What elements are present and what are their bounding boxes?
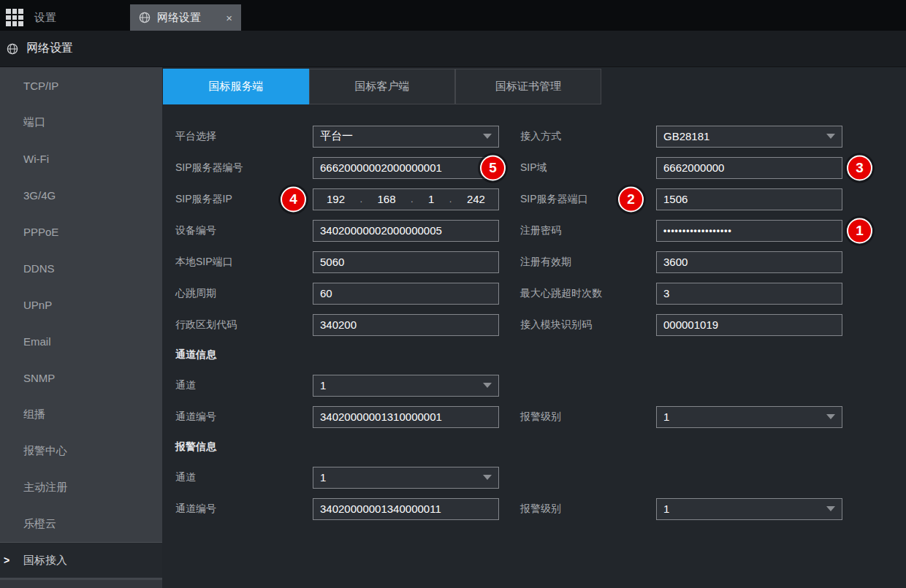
local-sip-port-value: 5060 (320, 256, 344, 268)
alarm-level-label: 报警级别 (520, 503, 656, 516)
callout-badge-1: 1 (847, 218, 872, 243)
access-module-id-label: 接入模块识别码 (520, 318, 656, 332)
sidebar-item-email[interactable]: Email (0, 323, 162, 359)
access-type-label: 接入方式 (520, 130, 656, 143)
chevron-down-icon (483, 134, 492, 139)
chevron-down-icon (483, 475, 492, 480)
chevron-down-icon (826, 414, 835, 419)
callout-badge-2: 2 (618, 186, 644, 212)
sidebar-item-auto-register[interactable]: 主动注册 (0, 469, 162, 505)
sidebar-item-wifi[interactable]: Wi-Fi (0, 140, 162, 177)
register-password-input[interactable]: •••••••••••••••••• (656, 220, 842, 242)
admin-region-code-input[interactable]: 340200 (313, 314, 499, 336)
local-sip-port-input[interactable]: 5060 (313, 251, 499, 273)
sidebar-item-gb-access[interactable]: > 国标接入 (0, 542, 162, 579)
alarm-channel-select[interactable]: 1 (313, 467, 499, 489)
network-tab-label: 网络设置 (157, 11, 201, 25)
heartbeat-period-input[interactable]: 60 (313, 283, 499, 305)
ip-octet-1[interactable]: 192 (327, 193, 345, 205)
sip-domain-input[interactable]: 6662000000 (656, 157, 842, 179)
page-title: 网络设置 (26, 41, 73, 56)
ip-octet-4[interactable]: 242 (467, 193, 485, 205)
alarm-channel-id-input[interactable]: 34020000001340000011 (313, 498, 499, 520)
chevron-down-icon (826, 134, 835, 139)
sidebar-item-3g4g[interactable]: 3G/4G (0, 177, 162, 213)
channel-alarm-level-value: 1 (663, 411, 669, 423)
alarm-level-select[interactable]: 1 (656, 498, 842, 520)
channel-id-value: 34020000001310000001 (320, 411, 442, 423)
alarm-channel-id-label: 通道编号 (175, 503, 313, 516)
sip-domain-label: SIP域 (520, 161, 656, 175)
sidebar-item-tcpip[interactable]: TCP/IP (0, 67, 162, 104)
ip-octet-3[interactable]: 1 (428, 193, 434, 205)
callout-badge-4: 4 (281, 186, 306, 212)
sidebar-item-label: Wi-Fi (23, 153, 49, 165)
page-header: 网络设置 (0, 31, 906, 67)
admin-region-code-label: 行政区划代码 (175, 318, 313, 332)
admin-region-code-value: 340200 (320, 318, 357, 331)
sip-server-ip-input[interactable]: 192 . 168 . 1 . 242 (313, 188, 499, 210)
sidebar-item-upnp[interactable]: UPnP (0, 286, 162, 323)
access-module-id-input[interactable]: 000001019 (656, 314, 842, 336)
sidebar-item-label: Email (23, 335, 51, 348)
sidebar-item-label: 3G/4G (23, 189, 56, 202)
tab-label: 国标服务端 (209, 80, 264, 93)
sip-server-id-input[interactable]: 66620000002000000001 (313, 157, 499, 179)
alarm-channel-label: 通道 (175, 471, 313, 484)
register-valid-input[interactable]: 3600 (656, 251, 842, 273)
ip-separator: . (449, 194, 452, 205)
platform-label: 平台选择 (175, 130, 313, 143)
grid-icon (6, 9, 23, 26)
sidebar: TCP/IP 端口 Wi-Fi 3G/4G PPPoE DDNS UPnP Em… (0, 67, 162, 588)
device-id-label: 设备编号 (175, 224, 313, 237)
globe-icon (139, 12, 151, 23)
ip-separator: . (411, 194, 414, 205)
tab-gb-server[interactable]: 国标服务端 (163, 69, 309, 104)
channel-label: 通道 (175, 379, 313, 392)
max-heartbeat-timeout-value: 3 (663, 287, 669, 299)
callout-badge-3: 3 (847, 155, 872, 180)
max-heartbeat-timeout-input[interactable]: 3 (656, 283, 842, 305)
channel-id-label: 通道编号 (175, 411, 313, 424)
channel-alarm-level-select[interactable]: 1 (656, 406, 842, 428)
sidebar-item-lechange-cloud[interactable]: 乐橙云 (0, 505, 162, 542)
platform-value: 平台一 (320, 129, 353, 143)
sidebar-item-pppoe[interactable]: PPPoE (0, 213, 162, 250)
window-tab-bar: 设置 网络设置 × (0, 0, 906, 31)
local-sip-port-label: 本地SIP端口 (175, 256, 313, 269)
gb-access-panel: 国标服务端 国标客户端 国标证书管理 平台选择 平台一 接入方式 GB28181 (162, 67, 906, 588)
alarm-channel-value: 1 (320, 471, 326, 484)
gb-server-form: 平台选择 平台一 接入方式 GB28181 SIP服务器编号 (162, 121, 906, 524)
sidebar-item-port[interactable]: 端口 (0, 104, 162, 140)
channel-alarm-level-label: 报警级别 (520, 411, 656, 424)
alarm-level-value: 1 (663, 503, 669, 515)
chevron-down-icon (483, 383, 492, 388)
sip-server-port-input[interactable]: 1506 (656, 188, 842, 210)
sidebar-item-multicast[interactable]: 组播 (0, 396, 162, 432)
sidebar-item-snmp[interactable]: SNMP (0, 359, 162, 396)
sidebar-item-label: 端口 (23, 115, 45, 129)
sidebar-item-label: PPPoE (23, 226, 58, 238)
channel-info-section-title: 通道信息 (162, 340, 906, 370)
tab-gb-client[interactable]: 国标客户端 (309, 69, 455, 104)
channel-id-input[interactable]: 34020000001310000001 (313, 406, 499, 428)
sidebar-item-label: 组播 (23, 408, 45, 421)
sidebar-item-alarm-center[interactable]: 报警中心 (0, 432, 162, 469)
max-heartbeat-timeout-label: 最大心跳超时次数 (520, 287, 656, 300)
access-type-select[interactable]: GB28181 (656, 126, 842, 148)
sidebar-item-ddns[interactable]: DDNS (0, 250, 162, 286)
close-icon[interactable]: × (226, 12, 232, 24)
globe-icon (7, 43, 18, 55)
tab-gb-cert-manage[interactable]: 国标证书管理 (455, 69, 601, 104)
register-valid-label: 注册有效期 (520, 256, 656, 269)
platform-select[interactable]: 平台一 (313, 126, 499, 148)
sip-server-port-value: 1506 (663, 193, 688, 205)
channel-select[interactable]: 1 (313, 375, 499, 397)
tab-network-settings[interactable]: 网络设置 × (130, 4, 241, 31)
ip-octet-2[interactable]: 168 (378, 193, 396, 205)
device-id-input[interactable]: 34020000002000000005 (313, 220, 499, 242)
tab-settings-home[interactable]: 设置 (0, 4, 130, 31)
channel-value: 1 (320, 379, 326, 392)
device-id-value: 34020000002000000005 (320, 224, 442, 237)
chevron-down-icon (826, 506, 835, 511)
